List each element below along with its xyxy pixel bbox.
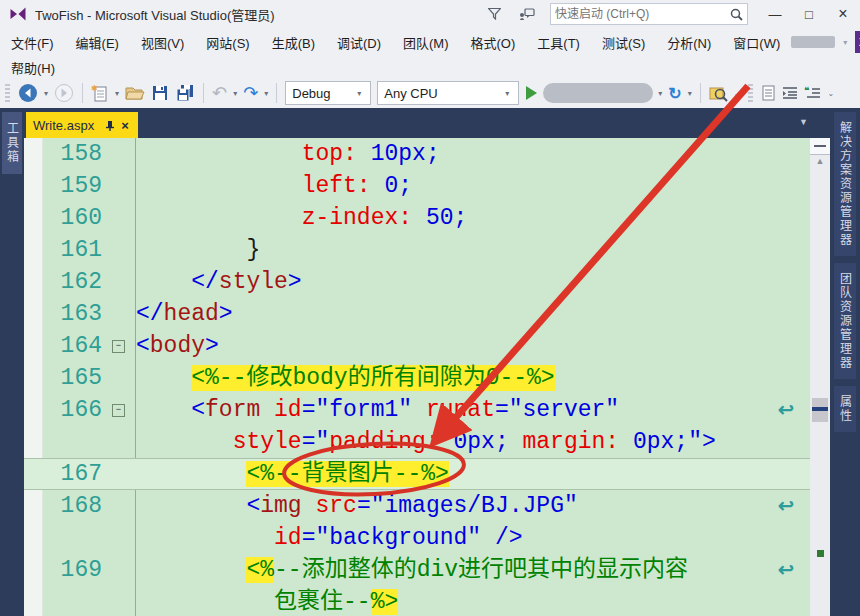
sidebar-tab-toolbox[interactable]: 工具箱 bbox=[2, 112, 22, 174]
redo-button[interactable]: ↷ bbox=[240, 80, 261, 106]
fold-collapse-toggle[interactable]: − bbox=[112, 404, 125, 417]
code-line[interactable]: 包裹住--%> bbox=[24, 586, 810, 616]
refresh-button[interactable]: ↻ bbox=[665, 80, 684, 106]
line-number: 166 bbox=[24, 397, 110, 423]
editor-split-handle[interactable] bbox=[810, 138, 830, 155]
vertical-scrollbar[interactable]: ▲ bbox=[810, 138, 830, 616]
funnel-icon[interactable] bbox=[488, 8, 501, 20]
toolbar-grip[interactable] bbox=[748, 84, 753, 102]
debug-configuration-select[interactable]: Debug▾ bbox=[285, 81, 371, 105]
menu-item[interactable]: 文件(F) bbox=[0, 33, 65, 52]
code-line-current[interactable]: 167 <%--背景图片--%> bbox=[24, 458, 810, 490]
document-list-dropdown-icon[interactable]: ▼ bbox=[799, 117, 808, 127]
quick-launch-input[interactable] bbox=[551, 7, 726, 21]
menu-item[interactable]: 生成(B) bbox=[261, 33, 326, 52]
navigate-forward-button[interactable] bbox=[51, 80, 77, 106]
line-number: 163 bbox=[24, 301, 110, 327]
sidebar-tab-team-explorer[interactable]: 团队资源管理器 bbox=[834, 263, 856, 379]
code-line[interactable]: 158 top: 10px; bbox=[24, 138, 810, 170]
scrollbar-thumb[interactable] bbox=[812, 398, 828, 422]
code-line[interactable]: 161 } bbox=[24, 234, 810, 266]
redo-dropdown-icon[interactable]: ▾ bbox=[261, 89, 271, 98]
navigate-back-button[interactable] bbox=[15, 80, 41, 106]
maximize-button[interactable]: □ bbox=[792, 0, 826, 28]
platform-select[interactable]: Any CPU▾ bbox=[377, 81, 519, 105]
find-in-files-button[interactable] bbox=[706, 80, 731, 106]
save-button[interactable] bbox=[148, 80, 172, 106]
pin-icon[interactable] bbox=[104, 120, 115, 131]
menu-item[interactable]: 团队(M) bbox=[392, 33, 460, 52]
code-line[interactable]: 164−<body> bbox=[24, 330, 810, 362]
line-number: 158 bbox=[24, 141, 110, 167]
line-number: 161 bbox=[24, 237, 110, 263]
code-line[interactable]: 162 </style> bbox=[24, 266, 810, 298]
code-text: <form id="form1" runat="server" bbox=[136, 394, 619, 426]
code-text: </head> bbox=[136, 298, 233, 330]
visual-studio-logo-icon bbox=[9, 5, 27, 23]
tab-write-aspx[interactable]: Write.aspx × bbox=[26, 112, 138, 138]
menu-item[interactable]: 视图(V) bbox=[130, 33, 195, 52]
toolbar-overflow-icon[interactable]: ⌄ bbox=[824, 89, 837, 98]
feedback-icon[interactable] bbox=[519, 8, 535, 21]
code-line[interactable]: 159 left: 0; bbox=[24, 170, 810, 202]
start-debug-button[interactable] bbox=[526, 86, 537, 100]
avatar[interactable]: XY bbox=[855, 31, 860, 53]
menu-item[interactable]: 测试(S) bbox=[591, 33, 656, 52]
chevron-down-icon[interactable]: ▾ bbox=[843, 38, 847, 47]
code-line[interactable]: 168 <img src="images/BJ.JPG"↩ bbox=[24, 490, 810, 522]
code-text: top: 10px; bbox=[136, 138, 440, 170]
menu-item[interactable]: 帮助(H) bbox=[0, 58, 66, 77]
menu-item[interactable]: 调试(D) bbox=[326, 33, 392, 52]
code-editor[interactable]: 158 top: 10px;159 left: 0;160 z-index: 5… bbox=[24, 138, 810, 616]
open-file-button[interactable] bbox=[122, 80, 148, 106]
refresh-dropdown-icon[interactable]: ▾ bbox=[685, 89, 695, 98]
code-line[interactable]: 169 <%--添加整体的div进行吧其中的显示内容↩ bbox=[24, 554, 810, 586]
indent-button[interactable] bbox=[779, 80, 801, 106]
code-line[interactable]: id="background" /> bbox=[24, 522, 810, 554]
menu-item[interactable]: 工具(T) bbox=[526, 33, 591, 52]
browser-dropdown-icon[interactable]: ▾ bbox=[655, 89, 665, 98]
quick-launch-search[interactable] bbox=[550, 3, 748, 25]
browser-target-redacted[interactable] bbox=[543, 83, 653, 103]
sidebar-tab-properties[interactable]: 属性 bbox=[834, 386, 856, 432]
menu-bar-row1: 文件(F)编辑(E)视图(V)网站(S)生成(B)调试(D)团队(M)格式(O)… bbox=[0, 28, 860, 56]
menu-item[interactable]: 编辑(E) bbox=[65, 33, 130, 52]
code-text: <img src="images/BJ.JPG" bbox=[136, 490, 578, 522]
comment-button[interactable]: ❝ bbox=[801, 80, 824, 106]
menu-item[interactable]: 网站(S) bbox=[195, 33, 260, 52]
toolbar-overflow-icon[interactable]: ⌄ bbox=[731, 89, 744, 98]
code-text: <body> bbox=[136, 330, 219, 362]
scroll-up-arrow[interactable]: ▲ bbox=[810, 156, 830, 166]
fold-collapse-toggle[interactable]: − bbox=[112, 340, 125, 353]
save-all-button[interactable] bbox=[172, 80, 198, 106]
minimize-button[interactable]: — bbox=[758, 0, 792, 28]
line-number: 165 bbox=[24, 365, 110, 391]
code-line[interactable]: 160 z-index: 50; bbox=[24, 202, 810, 234]
close-button[interactable]: × bbox=[826, 0, 860, 28]
new-file-button[interactable]: ✱ bbox=[88, 80, 112, 106]
line-number: 167 bbox=[24, 461, 110, 487]
toolbar-grip[interactable] bbox=[5, 84, 10, 102]
undo-dropdown-icon[interactable]: ▾ bbox=[230, 89, 240, 98]
menu-item[interactable]: 窗口(W) bbox=[722, 33, 791, 52]
search-icon[interactable] bbox=[726, 8, 747, 21]
line-number: 169 bbox=[24, 557, 110, 583]
new-file-dropdown-icon[interactable]: ▾ bbox=[112, 89, 122, 98]
code-text: style="padding: 0px; margin: 0px;"> bbox=[136, 426, 716, 458]
close-tab-icon[interactable]: × bbox=[119, 118, 131, 133]
code-line[interactable]: 166− <form id="form1" runat="server"↩ bbox=[24, 394, 810, 426]
menu-item[interactable]: 格式(O) bbox=[460, 33, 527, 52]
code-line[interactable]: 165 <%--修改body的所有间隙为0--%> bbox=[24, 362, 810, 394]
menu-item[interactable]: 分析(N) bbox=[656, 33, 722, 52]
title-bar: TwoFish - Microsoft Visual Studio(管理员) —… bbox=[0, 0, 860, 28]
code-line[interactable]: style="padding: 0px; margin: 0px;"> bbox=[24, 426, 810, 458]
undo-button[interactable]: ↶ bbox=[209, 80, 230, 106]
document-outline-button[interactable] bbox=[758, 80, 779, 106]
change-marker bbox=[817, 550, 824, 557]
navigate-back-dropdown-icon[interactable]: ▾ bbox=[41, 89, 51, 98]
code-text: <%--背景图片--%> bbox=[136, 458, 449, 490]
sidebar-tab-solution-explorer[interactable]: 解决方案资源管理器 bbox=[834, 112, 856, 256]
code-line[interactable]: 163</head> bbox=[24, 298, 810, 330]
line-number: 164 bbox=[24, 333, 110, 359]
code-text: id="background" /> bbox=[136, 522, 523, 554]
